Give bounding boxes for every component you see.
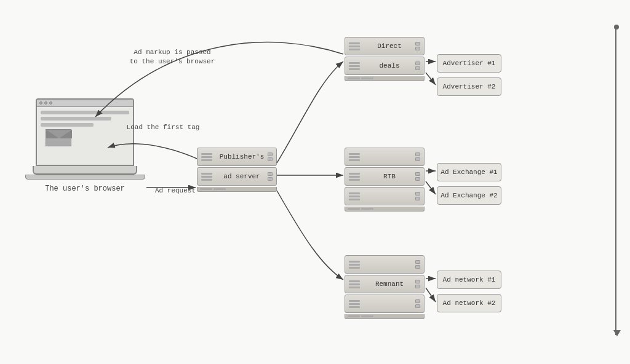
load-tag-annotation: Load the first tag: [120, 123, 206, 132]
ad-markup-annotation: Ad markup is passed to the user's browse…: [120, 48, 225, 67]
publisher-server-unit-top: Publisher's: [197, 148, 277, 166]
direct-server-block: Direct deals: [345, 37, 425, 81]
adexchange-1-box: Ad Exchange #1: [437, 163, 501, 181]
priority-arrow-icon: [613, 330, 621, 336]
rtb-server-unit-middle: RTB: [345, 167, 425, 186]
publisher-server-unit-bottom: ad server: [197, 167, 277, 186]
adexchange-2-box: Ad Exchange #2: [437, 186, 501, 205]
remnant-server-block: Remnant: [345, 255, 425, 319]
remnant-server-base: [345, 314, 425, 319]
laptop-screen: [36, 98, 134, 166]
adnetwork-1-box: Ad network #1: [437, 271, 501, 289]
laptop-label: The user's browser: [23, 184, 146, 193]
ad-request-annotation: Ad request: [151, 186, 200, 196]
rtb-server-block: RTB: [345, 148, 425, 212]
laptop-illustration: The user's browser: [23, 98, 146, 197]
direct-server-unit-top: Direct: [345, 37, 425, 55]
direct-server-base: [345, 76, 425, 81]
advertiser-1-box: Advertiser #1: [437, 54, 501, 73]
laptop-base: [33, 166, 137, 175]
priority-line: [615, 28, 616, 335]
remnant-server-unit-bottom: [345, 295, 425, 313]
publisher-server-base: [197, 187, 277, 192]
rtb-server-unit-top: [345, 148, 425, 166]
diagram-container: The user's browser Publisher's ad server…: [0, 0, 630, 364]
rtb-server-base: [345, 207, 425, 212]
rtb-server-unit-bottom: [345, 187, 425, 205]
advertiser-2-box: Advertiser #2: [437, 77, 501, 96]
publisher-server-block: Publisher's ad server: [197, 148, 277, 192]
adnetwork-2-box: Ad network #2: [437, 294, 501, 312]
remnant-server-unit-top: [345, 255, 425, 274]
direct-server-unit-bottom: deals: [345, 57, 425, 75]
remnant-server-unit-middle: Remnant: [345, 275, 425, 293]
laptop-bottom: [25, 175, 145, 180]
